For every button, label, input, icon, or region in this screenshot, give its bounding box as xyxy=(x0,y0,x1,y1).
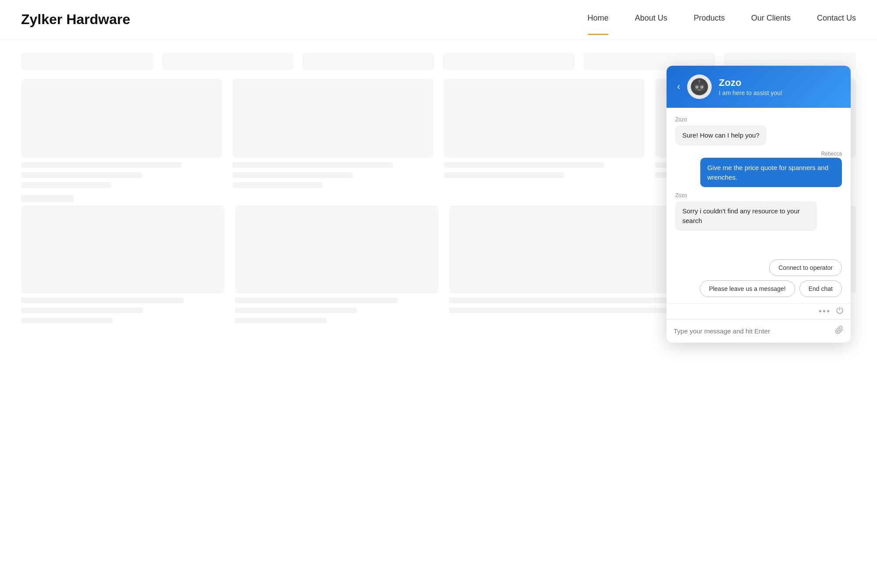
skeleton-line xyxy=(449,308,693,313)
nav-about-us[interactable]: About Us xyxy=(635,14,667,25)
chat-more-options-button[interactable]: ••• xyxy=(819,306,831,316)
chat-message-input[interactable] xyxy=(674,327,831,335)
skeleton-line xyxy=(21,308,143,313)
skeleton-line xyxy=(232,182,323,188)
nav-products[interactable]: Products xyxy=(694,14,725,25)
attach-file-icon[interactable] xyxy=(835,326,844,337)
navigation: Home About Us Products Our Clients Conta… xyxy=(588,14,856,25)
chat-body: Zozo Sure! How can I help you? Rebecca G… xyxy=(667,108,851,257)
leave-message-button[interactable]: Please leave us a message! xyxy=(700,280,795,297)
message-group-bot2: Zozo Sorry i couldn't find any resource … xyxy=(675,192,842,231)
chat-back-button[interactable]: ‹ xyxy=(677,81,680,92)
skeleton-image xyxy=(444,79,645,158)
skeleton-line xyxy=(232,162,393,168)
chat-bot-name: Zozo xyxy=(719,77,840,89)
skeleton-line xyxy=(235,298,398,303)
skeleton-block xyxy=(443,53,575,70)
skeleton-line xyxy=(21,162,182,168)
skeleton-image xyxy=(232,79,433,158)
skeleton-line xyxy=(21,182,111,188)
skeleton-col xyxy=(21,205,225,323)
skeleton-line xyxy=(235,318,327,323)
power-icon xyxy=(836,306,844,314)
chat-actions: Connect to operator Please leave us a me… xyxy=(667,257,851,303)
chat-power-button[interactable] xyxy=(836,306,844,316)
skeleton-col xyxy=(444,79,645,188)
skeleton-col xyxy=(232,79,433,188)
skeleton-line xyxy=(21,318,113,323)
skeleton-image xyxy=(235,205,438,293)
message-group-user: Rebecca Give me the price quote for span… xyxy=(675,151,842,188)
message-group-bot1: Zozo Sure! How can I help you? xyxy=(675,117,842,145)
chat-input-area xyxy=(667,319,851,343)
message-bubble-user: Give me the price quote for spanners and… xyxy=(700,158,842,188)
header: Zylker Hardware Home About Us Products O… xyxy=(0,0,877,39)
nav-contact-us[interactable]: Contact Us xyxy=(817,14,856,25)
chat-widget: ‹ Zozo I am here to assist you! xyxy=(667,66,851,343)
svg-rect-10 xyxy=(705,86,706,89)
skeleton-block xyxy=(21,53,153,70)
connect-to-operator-button[interactable]: Connect to operator xyxy=(769,259,842,276)
chat-bot-status: I am here to assist you! xyxy=(719,89,840,96)
skeleton-label xyxy=(21,195,74,202)
skeleton-line xyxy=(235,308,357,313)
skeleton-image xyxy=(21,205,225,293)
svg-rect-9 xyxy=(693,86,695,89)
svg-point-4 xyxy=(696,86,698,88)
sender-label-zozo2: Zozo xyxy=(675,192,842,198)
message-bubble-bot2: Sorry i couldn't find any resource to yo… xyxy=(675,201,817,231)
skeleton-line xyxy=(21,298,184,303)
svg-point-8 xyxy=(699,80,700,82)
skeleton-line xyxy=(444,162,604,168)
skeleton-line xyxy=(21,172,142,178)
logo: Zylker Hardware xyxy=(21,11,130,28)
sender-label-zozo1: Zozo xyxy=(675,117,842,123)
nav-home[interactable]: Home xyxy=(588,14,609,25)
chat-header: ‹ Zozo I am here to assist you! xyxy=(667,66,851,108)
message-bubble-bot1: Sure! How can I help you? xyxy=(675,125,766,145)
skeleton-col xyxy=(235,205,438,323)
chat-header-info: Zozo I am here to assist you! xyxy=(719,77,840,96)
skeleton-block xyxy=(162,53,294,70)
skeleton-col xyxy=(21,79,222,188)
action-row-bottom: Please leave us a message! End chat xyxy=(700,280,842,297)
chat-footer-bar: ••• xyxy=(667,303,851,319)
robot-icon xyxy=(690,78,709,96)
sender-label-user: Rebecca xyxy=(821,151,842,157)
svg-point-5 xyxy=(702,86,703,88)
chat-bot-avatar xyxy=(687,74,712,99)
skeleton-line xyxy=(444,172,564,178)
svg-rect-6 xyxy=(698,89,701,90)
skeleton-block xyxy=(302,53,434,70)
skeleton-image xyxy=(21,79,222,158)
end-chat-button[interactable]: End chat xyxy=(799,280,842,297)
nav-our-clients[interactable]: Our Clients xyxy=(751,14,791,25)
skeleton-line xyxy=(232,172,353,178)
